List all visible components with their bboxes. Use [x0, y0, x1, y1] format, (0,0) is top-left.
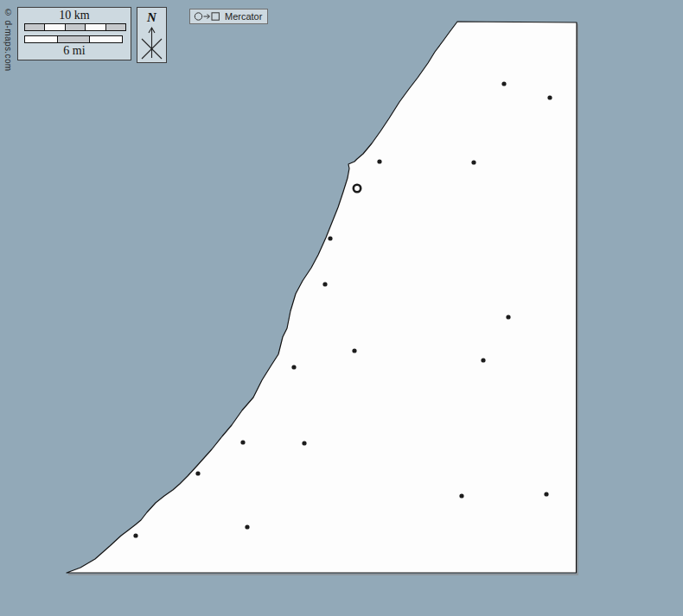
scale-km-bar	[24, 23, 126, 31]
city-marker	[291, 365, 296, 369]
circle-icon	[195, 13, 201, 20]
scale-mi-label: 6 mi	[18, 43, 131, 58]
scale-bar-segment	[105, 24, 125, 30]
city-marker	[544, 492, 548, 496]
scale-bar-segment	[85, 24, 105, 30]
city-marker	[481, 358, 485, 362]
city-marker	[302, 441, 306, 445]
copyright-attribution: © d-maps.com	[3, 8, 13, 72]
north-label: N	[137, 10, 166, 25]
scale-km-label: 10 km	[18, 8, 131, 22]
city-marker	[352, 348, 356, 352]
city-marker	[547, 95, 552, 99]
city-marker	[133, 533, 137, 537]
square-icon	[212, 13, 219, 20]
north-arrow-icon	[137, 25, 166, 61]
capital-marker	[354, 185, 361, 192]
city-marker	[245, 524, 249, 529]
city-marker	[506, 314, 510, 319]
scale-bar: 10 km 6 mi	[17, 7, 131, 60]
scale-mi-bar	[24, 35, 123, 43]
projection-transform-icon	[194, 11, 221, 22]
city-marker	[328, 236, 332, 240]
projection-label: Mercator	[225, 11, 262, 22]
scale-bar-segment	[25, 24, 44, 30]
city-marker	[471, 160, 476, 164]
projection-legend: Mercator	[189, 9, 268, 24]
scale-bar-segment	[25, 36, 57, 42]
territory-outline	[67, 22, 577, 573]
compass-rose: N	[137, 7, 167, 63]
city-marker	[322, 282, 327, 286]
city-marker	[377, 159, 381, 163]
scale-bar-segment	[89, 36, 122, 42]
map-svg	[0, 0, 683, 616]
scale-bar-segment	[44, 24, 64, 30]
scale-bar-segment	[57, 36, 90, 42]
city-marker	[501, 81, 506, 86]
city-marker	[195, 471, 200, 475]
city-marker	[459, 493, 463, 498]
scale-bar-segment	[65, 24, 85, 30]
map-canvas: © d-maps.com 10 km 6 mi N Mercator	[0, 0, 683, 616]
city-marker	[240, 440, 245, 444]
